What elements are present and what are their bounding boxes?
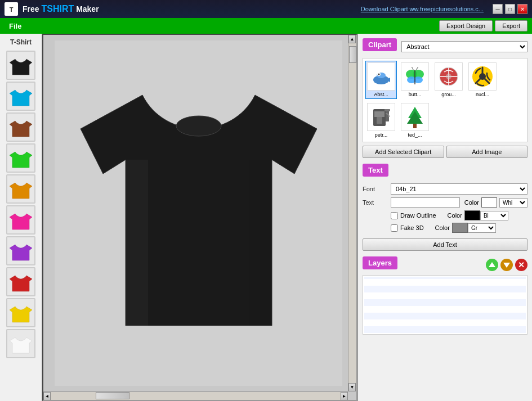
text-color-row-inner: Whi Blk Red (481, 197, 527, 208)
layer-down-button[interactable] (500, 259, 513, 271)
scroll-up-arrow[interactable]: ▲ (348, 35, 356, 43)
fake3d-color-label: Color (435, 224, 450, 231)
layers-header-row: Layers ✕ (363, 256, 527, 273)
fake3d-checkbox[interactable] (391, 224, 398, 232)
website-link[interactable]: Download Clipart ww.freepicturesolutions… (361, 6, 484, 12)
export-button[interactable]: Export (495, 20, 527, 31)
canvas-area: ▲ ▼ ◄ ► (42, 34, 357, 401)
tshirt-color-list (2, 51, 39, 358)
fake3d-row: Fake 3D Color Gr Whi Blk (391, 223, 527, 233)
add-image-button[interactable]: Add Image (446, 146, 528, 158)
fake3d-label: Fake 3D (400, 224, 424, 231)
title-tshirt: TSHIRT (41, 4, 74, 13)
tshirt-color-red[interactable] (6, 267, 35, 296)
title-free: Free (23, 4, 41, 13)
tshirt-display (55, 40, 342, 386)
outline-color-swatch (464, 210, 480, 220)
title-left: T Free TSHIRT Maker (5, 2, 99, 16)
file-menu[interactable]: File (5, 21, 26, 31)
scroll-right-arrow[interactable]: ► (341, 392, 348, 400)
maximize-button[interactable]: □ (505, 4, 515, 14)
title-bar: T Free TSHIRT Maker Download Clipart ww.… (0, 0, 532, 18)
font-select[interactable]: 04b_21 Arial Times New Roman Comic Sans (391, 183, 527, 195)
clipart-item-butt[interactable]: butt... (399, 61, 431, 99)
canvas-scrollbar-v[interactable]: ▲ ▼ (348, 35, 356, 391)
clipart-category-select[interactable]: Abstract Animals Food Nature Sports Tech (401, 41, 527, 52)
font-label: Font (363, 186, 391, 192)
text-label: Text (363, 199, 391, 206)
clipart-label-nucl: nucl... (476, 92, 489, 97)
layers-list (363, 275, 527, 335)
scroll-track-h[interactable] (51, 392, 341, 400)
add-clipart-button[interactable]: Add Selected Clipart (363, 146, 444, 158)
clipart-item-ted[interactable]: ted_... (399, 101, 431, 139)
text-input[interactable] (391, 197, 460, 208)
layers-stripes (364, 277, 526, 333)
left-panel: T-Shirt (0, 34, 42, 401)
outline-row: Draw Outline Color Bl Whi Red (391, 210, 527, 220)
add-text-button[interactable]: Add Text (363, 238, 527, 251)
canvas-scrollbar-h[interactable]: ◄ ► (43, 391, 348, 400)
fake3d-color-swatch (452, 223, 468, 233)
text-color-swatch (481, 197, 497, 208)
clipart-icon-butt (401, 62, 429, 91)
clipart-item-abst[interactable]: Abst... (365, 61, 397, 99)
tshirt-color-brown[interactable] (6, 112, 35, 142)
main-content: T-Shirt (0, 34, 532, 401)
toolbar-buttons: Export Design Export (439, 20, 527, 31)
scroll-down-arrow[interactable]: ▼ (348, 383, 356, 391)
clipart-item-petr[interactable]: petr... (365, 101, 397, 139)
svg-point-15 (446, 74, 451, 79)
tshirt-color-yellow[interactable] (6, 298, 35, 327)
svg-text:T: T (10, 6, 14, 13)
tshirt-color-green[interactable] (6, 143, 35, 173)
tshirt-color-white[interactable] (6, 329, 35, 358)
clipart-icon-nucl (468, 62, 497, 91)
text-color-row: Text Color Whi Blk Red (363, 197, 527, 208)
outline-color-select[interactable]: Bl Whi Red (480, 211, 508, 220)
tshirt-color-orange[interactable] (6, 174, 35, 204)
tshirt-color-purple[interactable] (6, 236, 35, 265)
app-title: Free TSHIRT Maker (23, 4, 99, 14)
layer-delete-button[interactable]: ✕ (515, 259, 527, 271)
tshirt-main-svg (69, 61, 328, 365)
outline-color-label: Color (448, 212, 462, 219)
tshirt-color-cyan[interactable] (6, 82, 35, 111)
export-design-button[interactable]: Export Design (439, 20, 493, 31)
clipart-grid: Abst... bu (363, 58, 527, 142)
svg-marker-27 (503, 263, 510, 268)
clipart-icon-abst (367, 62, 395, 91)
draw-outline-label: Draw Outline (400, 212, 436, 219)
clipart-section: Clipart Abstract Animals Food Nature Spo… (363, 38, 527, 158)
layer-up-button[interactable] (486, 259, 498, 271)
clipart-header-row: Clipart Abstract Animals Food Nature Spo… (363, 38, 527, 55)
svg-rect-20 (377, 117, 382, 124)
clipart-label-butt: butt... (409, 92, 422, 97)
minimize-button[interactable]: ─ (493, 4, 503, 14)
tshirt-color-pink[interactable] (6, 205, 35, 235)
svg-marker-26 (489, 262, 495, 267)
clipart-icon-grou (435, 62, 463, 91)
title-maker: Maker (74, 4, 99, 13)
scroll-thumb-v[interactable] (349, 46, 356, 63)
text-color-select[interactable]: Whi Blk Red (499, 198, 527, 208)
text-section-label: Text (363, 164, 388, 177)
text-section: Text Font 04b_21 Arial Times New Roman C… (363, 164, 527, 251)
clipart-item-grou[interactable]: grou... (433, 61, 464, 99)
scroll-thumb-h[interactable] (96, 392, 129, 399)
clipart-label-ted: ted_... (408, 132, 422, 138)
scroll-left-arrow[interactable]: ◄ (43, 392, 51, 400)
tshirt-color-black[interactable] (6, 51, 35, 80)
svg-rect-19 (374, 111, 385, 117)
draw-outline-checkbox[interactable] (391, 212, 398, 219)
clipart-item-nucl[interactable]: nucl... (467, 61, 498, 99)
menu-bar: File Export Design Export (0, 18, 532, 34)
clipart-label-abst: Abst... (374, 92, 388, 97)
clipart-label-petr: petr... (375, 132, 388, 138)
fake3d-color-select[interactable]: Gr Whi Blk (468, 223, 496, 233)
clipart-section-label: Clipart (363, 38, 397, 51)
close-button[interactable]: ✕ (517, 4, 527, 14)
color-label-text: Color (464, 199, 479, 206)
svg-point-3 (176, 116, 221, 136)
svg-rect-22 (385, 109, 390, 111)
